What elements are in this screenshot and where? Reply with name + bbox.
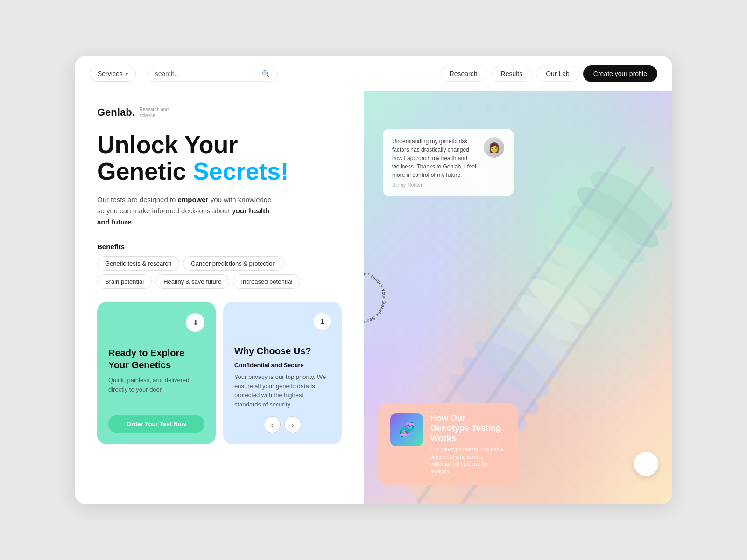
benefit-tag-cancer[interactable]: Cancer predictions & protection — [183, 256, 283, 271]
circular-text: * Decode your body * Unlock Your Genetic… — [364, 265, 392, 330]
services-label: Services — [98, 70, 123, 77]
benefit-tag-healthy[interactable]: Healthy & save future — [155, 274, 229, 289]
explore-icon: ⬇ — [186, 313, 204, 332]
benefits-tags: Genetic tests & research Cancer predicti… — [97, 256, 342, 289]
benefit-tag-increased[interactable]: Increased potential — [233, 274, 300, 289]
page-container: Services ▾ 🔍 Research Results Our Lab Cr… — [75, 56, 672, 504]
card-why-subtitle: Confidential and Secure — [234, 362, 331, 369]
cards-row: ⬇ Ready to Explore Your Genetics Quick, … — [97, 302, 342, 444]
genotype-thumbnail: 🧬 — [390, 413, 423, 446]
card-explore-desc: Quick, painless, and delivered directly … — [108, 376, 204, 407]
hero-description: Our tests are designed to empower you wi… — [97, 194, 275, 228]
svg-text:* Decode your body * Unlock Yo: * Decode your body * Unlock Your Genetic… — [364, 270, 387, 325]
genotype-info: How Our Genotype Testing Works Our genot… — [430, 413, 506, 475]
search-bar: 🔍 — [147, 66, 278, 82]
card-prev-button[interactable]: ‹ — [264, 416, 281, 433]
benefits-label: Benefits — [97, 243, 342, 251]
results-button[interactable]: Results — [491, 66, 533, 82]
right-panel: * Decode your body * Unlock Your Genetic… — [364, 91, 672, 504]
testimonial-card: Understanding my genetic risk factors ha… — [383, 129, 514, 196]
logo-name: Genlab. — [97, 106, 135, 119]
card-explore: ⬇ Ready to Explore Your Genetics Quick, … — [97, 302, 216, 444]
card-why: 1 Why Choose Us? Confidential and Secure… — [223, 302, 342, 444]
order-test-button[interactable]: Order Your Test Now — [108, 415, 204, 433]
search-icon: 🔍 — [262, 70, 270, 77]
services-button[interactable]: Services ▾ — [90, 66, 136, 82]
search-input[interactable] — [155, 70, 258, 77]
card-nav-buttons: ‹ › — [264, 416, 301, 433]
card-why-number: 1 — [314, 313, 331, 330]
create-profile-button[interactable]: Create your profile — [583, 65, 657, 82]
testimonial-content: Understanding my genetic risk factors ha… — [392, 137, 477, 188]
card-why-title: Why Choose Us? — [234, 345, 331, 357]
card-next-button[interactable]: › — [284, 416, 301, 433]
testimonial-name: Jenny Holden — [392, 182, 477, 188]
benefit-tag-brain[interactable]: Brain potential — [97, 274, 152, 289]
nav-right: Research Results Our Lab Create your pro… — [440, 65, 657, 82]
top-nav: Services ▾ 🔍 Research Results Our Lab Cr… — [75, 56, 672, 91]
genotype-card: 🧬 How Our Genotype Testing Works Our gen… — [378, 403, 518, 485]
genotype-title: How Our Genotype Testing Works — [430, 413, 506, 444]
research-button[interactable]: Research — [440, 66, 487, 82]
hero-title: Unlock Your Genetic Secrets! — [97, 132, 342, 185]
logo-area: Genlab. Research and science — [97, 106, 342, 119]
genotype-description: Our genotype testing provides a simple a… — [430, 446, 506, 475]
main-layout: Genlab. Research and science Unlock Your… — [75, 91, 672, 504]
card-why-desc: Your privacy is our top priority. We ens… — [234, 372, 331, 409]
arrow-button[interactable]: → — [634, 452, 658, 476]
benefit-tag-genetic[interactable]: Genetic tests & research — [97, 256, 179, 271]
avatar: 👩 — [484, 137, 504, 158]
chevron-down-icon: ▾ — [126, 71, 128, 77]
left-panel: Genlab. Research and science Unlock Your… — [75, 91, 364, 504]
logo-subtitle: Research and science — [140, 106, 169, 119]
testimonial-inner: Understanding my genetic risk factors ha… — [392, 137, 504, 188]
testimonial-text: Understanding my genetic risk factors ha… — [392, 137, 477, 179]
our-lab-button[interactable]: Our Lab — [536, 66, 579, 82]
card-explore-title: Ready to Explore Your Genetics — [108, 347, 204, 371]
